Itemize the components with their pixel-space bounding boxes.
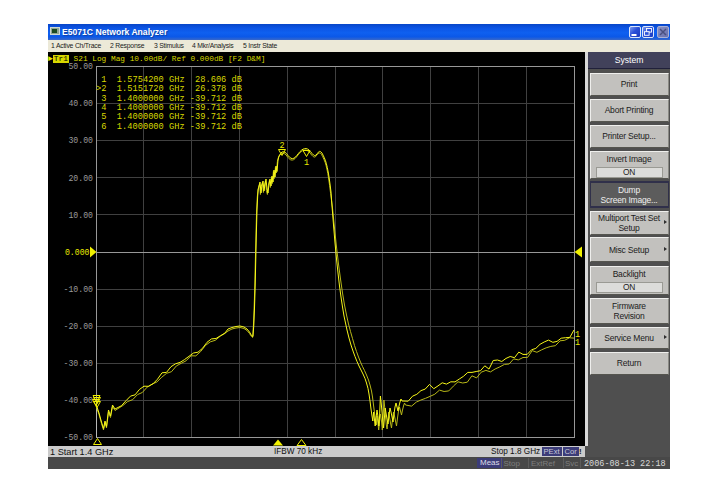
svg-text:-40.00: -40.00: [64, 396, 94, 405]
svg-text:40.00: 40.00: [68, 99, 93, 108]
svg-text:-50.00: -50.00: [64, 433, 94, 442]
svg-text:-30.00: -30.00: [64, 359, 94, 368]
svg-text:1: 1: [304, 158, 309, 168]
svg-text:6 1.4000000 GHz -39.712 dB: 6 1.4000000 GHz -39.712 dB: [96, 122, 242, 132]
svg-text:10.00: 10.00: [68, 211, 93, 220]
svg-text:30.00: 30.00: [68, 136, 93, 145]
svg-text:-20.00: -20.00: [64, 322, 94, 331]
svg-text:2: 2: [280, 141, 285, 151]
svg-text:0.000: 0.000: [65, 248, 90, 257]
svg-text:1: 1: [575, 338, 580, 348]
svg-text:-10.00: -10.00: [64, 285, 94, 294]
svg-text:20.00: 20.00: [68, 174, 93, 183]
